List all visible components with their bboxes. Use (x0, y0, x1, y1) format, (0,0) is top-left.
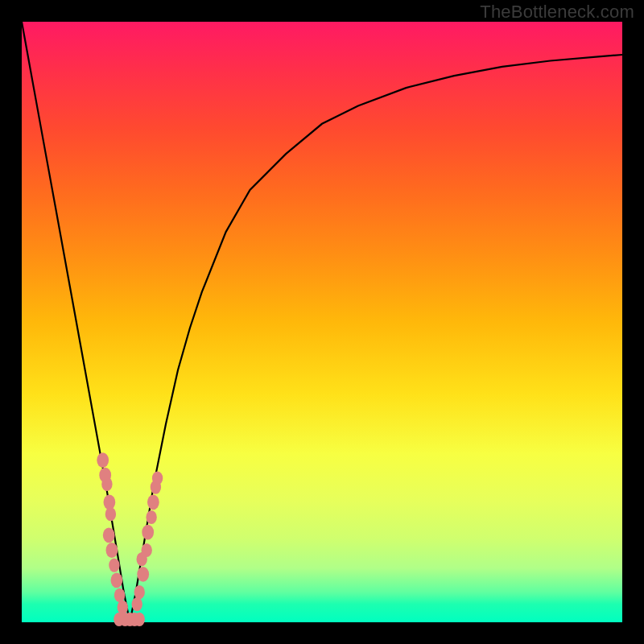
marker-dot (134, 585, 145, 599)
marker-dot (147, 494, 159, 510)
marker-dot (101, 477, 112, 491)
marker-dot (109, 559, 119, 572)
marker-dot (106, 543, 118, 558)
marker-dot (137, 567, 149, 582)
marker-dot (105, 507, 116, 521)
marker-dot (118, 601, 128, 614)
marker-dot (146, 510, 156, 524)
marker-dot (152, 471, 163, 485)
watermark-text: TheBottleneck.com (480, 2, 634, 23)
marker-dot (111, 572, 123, 588)
marker-dot (134, 613, 145, 626)
marker-dot (142, 525, 154, 540)
sample-points (97, 452, 163, 626)
marker-dot (114, 588, 125, 602)
chart-frame: TheBottleneck.com (0, 0, 644, 644)
chart-overlay (22, 22, 622, 622)
chart-plot-area (22, 22, 622, 622)
marker-dot (103, 527, 115, 543)
marker-dot (142, 543, 152, 557)
marker-dot (97, 452, 109, 468)
marker-dot (132, 597, 142, 611)
